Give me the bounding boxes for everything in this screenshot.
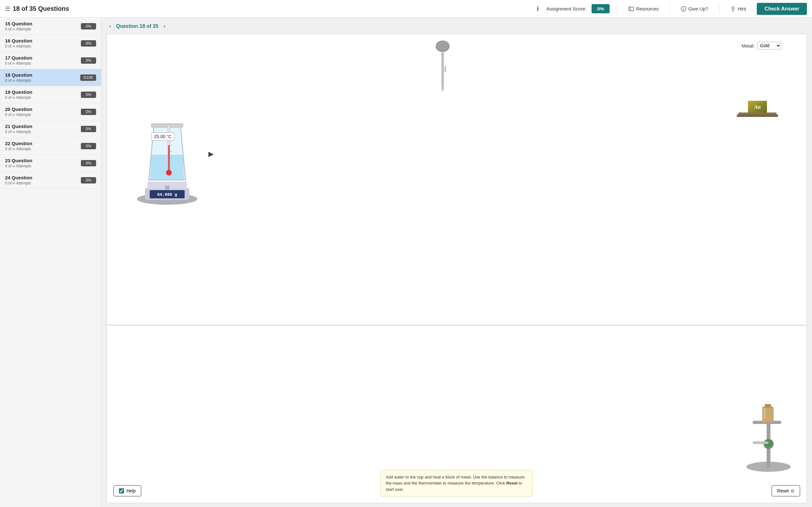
sidebar-item-attempts-23: 0 of ∞ Attempts: [5, 164, 32, 168]
sim-inner: Metal: Gold Silver Copper Iron: [107, 34, 807, 503]
svg-rect-37: [765, 404, 771, 408]
apparatus-svg: [743, 403, 794, 473]
questions-title: 18 of 35 Questions: [13, 5, 69, 12]
instructions-box: Add water to the cup and heat a block of…: [380, 470, 532, 497]
sidebar-item-score-22: 0%: [81, 143, 96, 149]
hamburger-icon[interactable]: ☰: [5, 5, 10, 12]
sidebar-item-left-15: 15 Question 0 of ∞ Attempts: [5, 21, 32, 32]
svg-marker-8: [441, 86, 444, 91]
next-question-button[interactable]: ›: [161, 21, 168, 31]
sidebar-item-15[interactable]: 15 Question 0 of ∞ Attempts 0%: [0, 18, 101, 35]
sidebar-item-score-18: 0/100: [80, 74, 96, 81]
sidebar-item-20[interactable]: 20 Question 0 of ∞ Attempts 0%: [0, 103, 101, 120]
sidebar-item-name-18: 18 Question: [5, 72, 32, 78]
sidebar-item-left-18: 18 Question 0 of ∞ Attempts: [5, 72, 32, 83]
give-up-icon: [681, 6, 687, 12]
sidebar-item-17[interactable]: 17 Question 0 of ∞ Attempts 0%: [0, 52, 101, 69]
give-up-button[interactable]: Give Up?: [677, 4, 711, 14]
sidebar-item-left-17: 17 Question 0 of ∞ Attempts: [5, 55, 32, 66]
help-label: Help: [126, 488, 136, 493]
sidebar-item-22[interactable]: 22 Question 0 of ∞ Attempts 0%: [0, 137, 101, 155]
beaker-svg: 64.000 g: [132, 107, 215, 209]
hint-label: Hint: [738, 6, 746, 11]
sidebar-item-attempts-16: 0 of ∞ Attempts: [5, 44, 32, 49]
sidebar-item-score-19: 0%: [81, 92, 96, 98]
reset-label: Reset: [777, 488, 789, 493]
sidebar-item-19[interactable]: 19 Question 0 of ∞ Attempts 0%: [0, 86, 101, 103]
separator: [617, 4, 618, 14]
help-checkbox[interactable]: [119, 488, 124, 493]
hint-icon: [730, 6, 736, 12]
sidebar-item-score-16: 0%: [81, 40, 96, 47]
sidebar-item-name-16: 16 Question: [5, 38, 32, 43]
beaker-assembly: 64.000 g: [132, 107, 215, 210]
pipette-wrapper: H₂O: [434, 41, 451, 93]
check-answer-button[interactable]: Check Answer: [757, 3, 807, 15]
pipette-svg: H₂O: [434, 41, 451, 91]
score-label: Assignment Score:: [547, 6, 587, 11]
reset-button[interactable]: Reset ⊙: [771, 485, 800, 497]
gold-block-wrapper: Au: [737, 96, 778, 123]
hint-button[interactable]: Hint: [727, 4, 750, 14]
score-badge[interactable]: 0%: [592, 4, 610, 13]
sidebar-item-21[interactable]: 21 Question 0 of ∞ Attempts 0%: [0, 120, 101, 137]
sidebar-item-23[interactable]: 23 Question 0 of ∞ Attempts 0%: [0, 155, 101, 172]
sidebar-item-name-17: 17 Question: [5, 55, 32, 60]
svg-rect-21: [151, 124, 183, 127]
play-button[interactable]: ▶: [208, 150, 214, 158]
sidebar-item-name-19: 19 Question: [5, 89, 32, 95]
svg-rect-0: [629, 7, 634, 11]
sidebar-item-left-19: 19 Question 0 of ∞ Attempts: [5, 89, 32, 100]
sidebar-item-attempts-22: 0 of ∞ Attempts: [5, 147, 32, 151]
question-nav: ‹ Question 18 of 35 ›: [107, 21, 807, 31]
sidebar-item-left-20: 20 Question 0 of ∞ Attempts: [5, 107, 32, 117]
main-layout: 15 Question 0 of ∞ Attempts 0% 16 Questi…: [0, 18, 812, 507]
right-apparatus: [743, 403, 794, 474]
sidebar-item-score-17: 0%: [81, 57, 96, 64]
sidebar-item-attempts-24: 0 of ∞ Attempts: [5, 181, 32, 185]
svg-rect-20: [165, 186, 169, 189]
sidebar-item-name-24: 24 Question: [5, 175, 32, 180]
metal-select[interactable]: Gold Silver Copper Iron: [757, 42, 781, 49]
svg-rect-23: [168, 145, 170, 172]
simulation-box: Metal: Gold Silver Copper Iron: [107, 34, 807, 503]
prev-question-button[interactable]: ‹: [107, 21, 113, 31]
sidebar-item-score-21: 0%: [81, 126, 96, 132]
gold-block-svg: Au: [737, 96, 778, 121]
resources-button[interactable]: Resources: [625, 4, 662, 14]
svg-rect-11: [737, 114, 778, 117]
top-bar-left: ☰ 18 of 35 Questions: [5, 5, 69, 12]
sidebar-item-attempts-21: 0 of ∞ Attempts: [5, 130, 32, 134]
sidebar-item-left-22: 22 Question 0 of ∞ Attempts: [5, 141, 32, 151]
sidebar-item-left-23: 23 Question 0 of ∞ Attempts: [5, 158, 32, 168]
sidebar-item-name-23: 23 Question: [5, 158, 32, 163]
svg-point-6: [437, 41, 448, 50]
sidebar-item-name-15: 15 Question: [5, 21, 32, 26]
resources-icon: [628, 6, 634, 12]
svg-rect-35: [753, 441, 768, 444]
sidebar-item-name-21: 21 Question: [5, 124, 32, 129]
content-area: ‹ Question 18 of 35 › Metal: Gold Silver…: [101, 18, 812, 507]
sidebar-item-score-15: 0%: [81, 23, 96, 30]
sidebar-item-score-23: 0%: [81, 160, 96, 166]
question-nav-label: Question 18 of 35: [116, 23, 158, 29]
sidebar-item-attempts-18: 0 of ∞ Attempts: [5, 78, 32, 83]
sidebar-item-16[interactable]: 16 Question 0 of ∞ Attempts 0%: [0, 35, 101, 52]
sidebar: 15 Question 0 of ∞ Attempts 0% 16 Questi…: [0, 18, 101, 507]
sidebar-item-attempts-17: 0 of ∞ Attempts: [5, 61, 32, 66]
sidebar-item-score-24: 0%: [81, 177, 96, 183]
help-bar: Help Add water to the cup and heat a blo…: [113, 470, 800, 497]
svg-text:H₂O: H₂O: [444, 66, 447, 72]
svg-text:Au: Au: [754, 104, 761, 110]
temperature-label: 25.00 °C: [151, 132, 174, 141]
metal-selector-area: Metal: Gold Silver Copper Iron: [742, 42, 781, 49]
metal-label-text: Metal:: [742, 43, 755, 49]
reset-icon: ⊙: [791, 488, 795, 493]
sidebar-item-18[interactable]: 18 Question 0 of ∞ Attempts 0/100: [0, 69, 101, 86]
sidebar-item-left-16: 16 Question 0 of ∞ Attempts: [5, 38, 32, 49]
svg-point-24: [166, 170, 172, 176]
help-button[interactable]: Help: [113, 485, 142, 497]
sidebar-item-left-24: 24 Question 0 of ∞ Attempts: [5, 175, 32, 185]
sidebar-item-24[interactable]: 24 Question 0 of ∞ Attempts 0%: [0, 172, 101, 189]
svg-text:64.000 g: 64.000 g: [157, 192, 177, 197]
